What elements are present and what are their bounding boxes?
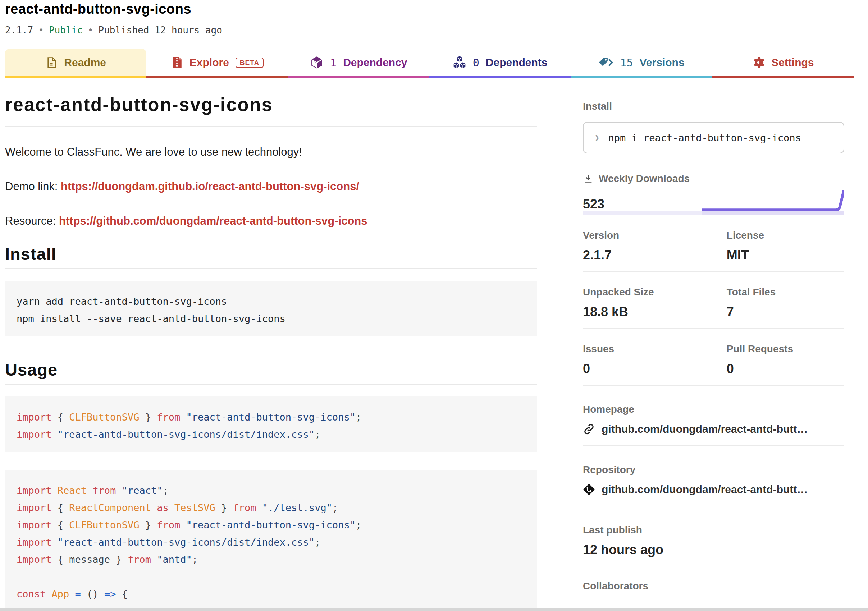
bottom-scrollbar[interactable]: [0, 608, 868, 611]
meta-separator: •: [88, 25, 93, 36]
last-publish-label: Last publish: [583, 524, 844, 536]
prompt-icon: ❯: [594, 133, 600, 143]
version-label: Version: [583, 230, 727, 241]
issues-value: 0: [583, 361, 727, 376]
tab-versions[interactable]: 15 Versions: [570, 49, 712, 78]
size-files-row: Unpacked Size 18.8 kB Total Files 7: [583, 272, 844, 329]
install-command-box[interactable]: ❯ npm i react-antd-button-svg-icons: [583, 122, 844, 153]
homepage-label: Homepage: [583, 404, 844, 415]
readme-intro: Welcome to ClassFunc. We are love to use…: [5, 145, 537, 158]
issues-label: Issues: [583, 343, 727, 355]
last-publish-row: Last publish 12 hours ago: [583, 506, 844, 563]
package-tabs: Readme Explore BETA 1 Dependency 0 Depen…: [5, 49, 854, 78]
collaborators-label: Collaborators: [583, 580, 844, 592]
install-heading: Install: [5, 244, 537, 269]
license-value: MIT: [727, 247, 844, 263]
readme-content: react-antd-button-svg-icons Welcome to C…: [5, 78, 537, 611]
beta-badge: BETA: [236, 57, 264, 68]
usage-code-block-1: import { CLFButtonSVG } from "react-antd…: [5, 396, 537, 452]
weekly-downloads-label: Weekly Downloads: [599, 173, 690, 184]
collaborators-row: Collaborators: [583, 563, 844, 592]
last-publish-value: 12 hours ago: [583, 542, 844, 557]
pull-requests-stat: Pull Requests 0: [727, 343, 844, 376]
tab-explore[interactable]: Explore BETA: [146, 49, 288, 78]
link-icon: [583, 423, 595, 435]
sidebar-install-label: Install: [583, 101, 844, 112]
resource-link[interactable]: https://github.com/duongdam/react-antd-b…: [59, 215, 367, 227]
pull-requests-value: 0: [727, 361, 844, 376]
dependency-count: 1: [330, 56, 336, 69]
weekly-downloads-row: 523: [583, 187, 844, 215]
package-name: react-antd-button-svg-icons: [5, 2, 854, 17]
issues-stat: Issues 0: [583, 343, 727, 376]
pull-requests-label: Pull Requests: [727, 343, 844, 355]
tab-dependents[interactable]: 0 Dependents: [429, 49, 570, 78]
package-sidebar: Install ❯ npm i react-antd-button-svg-ic…: [583, 101, 844, 592]
settings-gear-icon: [752, 56, 765, 69]
homepage-row: Homepage github.com/duongdam/react-antd-…: [583, 386, 844, 446]
versions-tag-icon: [598, 56, 614, 69]
dependency-cube-icon: [310, 56, 324, 70]
tab-readme[interactable]: Readme: [5, 49, 146, 78]
readme-demo-line: Demo link: https://duongdam.github.io/re…: [5, 180, 537, 193]
package-visibility: Public: [49, 25, 83, 36]
version-value: 2.1.7: [583, 247, 727, 263]
install-code-block: yarn add react-antd-button-svg-iconsnpm …: [5, 281, 537, 336]
usage-heading: Usage: [5, 360, 537, 385]
total-files-label: Total Files: [727, 286, 844, 298]
tab-settings[interactable]: Settings: [712, 49, 854, 78]
meta-separator: •: [38, 25, 44, 36]
install-command: npm i react-antd-button-svg-icons: [608, 132, 801, 144]
versions-count: 15: [620, 56, 633, 69]
demo-link[interactable]: https://duongdam.github.io/react-antd-bu…: [61, 180, 359, 193]
issues-prs-row: Issues 0 Pull Requests 0: [583, 329, 844, 386]
downloads-sparkline: [583, 187, 844, 215]
package-header: react-antd-button-svg-icons 2.1.7•Public…: [5, 2, 854, 36]
npm-package-page: react-antd-button-svg-icons 2.1.7•Public…: [0, 0, 868, 611]
explore-zip-icon: [171, 56, 183, 69]
package-published: Published 12 hours ago: [99, 25, 222, 36]
version-license-row: Version 2.1.7 License MIT: [583, 215, 844, 272]
dependents-count: 0: [473, 56, 479, 69]
unpacked-size-value: 18.8 kB: [583, 305, 727, 320]
repository-link[interactable]: github.com/duongdam/react-antd-butt…: [583, 483, 844, 496]
license-label: License: [727, 230, 844, 241]
readme-resource-line: Resource: https://github.com/duongdam/re…: [5, 215, 537, 227]
total-files-value: 7: [727, 305, 844, 320]
homepage-link[interactable]: github.com/duongdam/react-antd-butt…: [583, 423, 844, 435]
license-stat: License MIT: [727, 230, 844, 263]
dependents-cubes-icon: [453, 56, 467, 70]
tab-dependency[interactable]: 1 Dependency: [288, 49, 429, 78]
git-icon: [583, 483, 595, 496]
unpacked-size-stat: Unpacked Size 18.8 kB: [583, 286, 727, 320]
package-meta: 2.1.7•Public•Published 12 hours ago: [5, 25, 854, 36]
package-version: 2.1.7: [5, 25, 33, 36]
download-icon: [583, 173, 594, 184]
weekly-downloads-header: Weekly Downloads: [583, 173, 844, 184]
total-files-stat: Total Files 7: [727, 286, 844, 320]
usage-code-block-2: import React from "react";import { React…: [5, 470, 537, 611]
readme-file-icon: [45, 56, 57, 69]
version-stat: Version 2.1.7: [583, 230, 727, 263]
repository-label: Repository: [583, 464, 844, 475]
unpacked-size-label: Unpacked Size: [583, 286, 727, 298]
readme-title: react-antd-button-svg-icons: [5, 94, 537, 127]
repository-row: Repository github.com/duongdam/react-ant…: [583, 446, 844, 506]
